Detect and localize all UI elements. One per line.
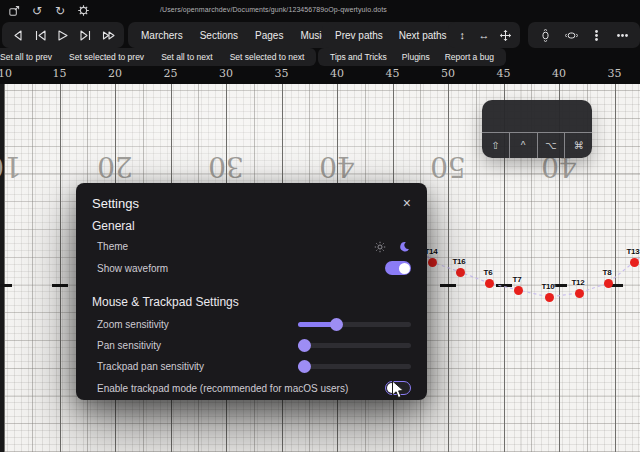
slider-knob[interactable] [298,339,311,352]
set-selected-to-next-button[interactable]: Set selected to next [230,52,305,62]
toggle-knob [387,383,397,393]
yard-line [60,84,61,452]
playback-controls [2,22,124,48]
sideline [0,84,4,452]
menu-pages[interactable]: Pages [255,30,283,41]
marcher-label-t12: T12 [571,278,584,287]
menu-marchers[interactable]: Marchers [141,30,183,41]
trackpad-pan-sensitivity-slider[interactable] [298,364,411,369]
zoom-sensitivity-label: Zoom sensitivity [97,319,169,330]
tips-and-tricks-button[interactable]: Tips and Tricks [330,52,387,62]
sun-icon[interactable] [372,239,387,254]
play-icon[interactable] [55,28,70,43]
field-number-40: 40 [319,150,355,183]
theme-label: Theme [97,241,128,252]
close-icon[interactable]: × [403,196,411,210]
back-icon[interactable] [10,28,25,43]
coordinate-actions: Set all to prevSet selected to prevSet a… [0,48,316,66]
yardline-ruler: 101520253035404550454035 [0,66,640,84]
marcher-label-t7: T7 [513,275,522,284]
next-page-icon[interactable] [78,28,93,43]
general-heading: General [92,219,411,234]
paths-toggle-group: Prev pathsNext paths [322,22,460,48]
moon-icon[interactable] [396,239,411,254]
settings-dialog: Settings × General Theme Show waveform [76,183,427,400]
pan-sensitivity-row: Pan sensitivity [92,335,411,356]
modifier-key-: ^ [509,133,537,158]
marcher-dot-t12[interactable] [575,289,584,298]
ruler-mark-35: 35 [275,67,289,80]
resize-vertical-icon[interactable]: ↕ [455,28,470,43]
slider-knob[interactable] [330,318,343,331]
ruler-mark-45: 45 [497,67,511,80]
zoom-sensitivity-slider[interactable] [298,322,411,327]
marcher-label-t6: T6 [484,268,493,277]
dots-horizontal-icon[interactable] [615,28,630,43]
yard-line [615,84,616,452]
field-number-50: 50 [430,150,466,183]
resize-horizontal-icon[interactable]: ↔ [477,28,492,43]
undo-icon[interactable]: ↺ [30,4,44,18]
hash-mark [52,284,68,287]
theme-row: Theme [92,236,411,257]
set-selected-to-prev-button[interactable]: Set selected to prev [69,52,144,62]
prev-paths-button[interactable]: Prev paths [335,30,383,41]
trackpad-mode-toggle[interactable] [385,381,411,395]
help-actions: Tips and TricksPluginsReport a bug [318,48,506,66]
report-a-bug-button[interactable]: Report a bug [445,52,494,62]
pan-sensitivity-slider[interactable] [298,343,411,348]
marcher-dot-t14[interactable] [428,258,437,267]
pan-sensitivity-label: Pan sensitivity [97,340,161,351]
set-all-to-next-button[interactable]: Set all to next [161,52,213,62]
ruler-mark-30: 30 [219,67,233,80]
redo-icon[interactable]: ↻ [53,4,67,18]
ruler-mark-15: 15 [53,67,67,80]
sensitivity-sliders: Zoom sensitivityPan sensitivityTrackpad … [92,314,411,377]
menu-sections[interactable]: Sections [200,30,238,41]
waveform-toggle[interactable] [385,261,411,275]
ruler-mark-25: 25 [164,67,178,80]
marcher-dot-t7[interactable] [514,286,523,295]
marcher-dot-t8[interactable] [604,279,613,288]
forward-icon[interactable] [101,28,116,43]
trackpad-pan-sensitivity-row: Trackpad pan sensitivity [92,356,411,377]
marcher-dot-t16[interactable] [456,268,465,277]
marcher-label-t16: T16 [452,257,465,266]
trackpad-mode-label: Enable trackpad mode (recommended for ma… [97,383,348,394]
distribute-vertical-icon[interactable] [538,28,553,43]
trackpad-mode-row: Enable trackpad mode (recommended for ma… [92,377,411,399]
ruler-mark-10: 10 [0,67,12,80]
trackpad-surface [482,100,592,132]
modifier-key-: ⌘ [564,133,592,158]
marcher-label-t13: T13 [626,247,639,256]
main-toolbar: MarchersSectionsPagesMusicField Prev pat… [0,22,640,48]
previous-page-icon[interactable] [33,28,48,43]
openmarch-app: ↺ ↻ /Users/openmarchdev/Documents/gunk/1… [0,0,640,452]
alignment-tools [528,22,640,48]
modifier-keys-overlay: ⇧^⌥⌘ [482,100,592,158]
ruler-mark-45: 45 [386,67,400,80]
distribute-horizontal-icon[interactable] [564,28,579,43]
marcher-dot-t6[interactable] [485,279,494,288]
move-icon[interactable] [498,28,513,43]
set-all-to-prev-button[interactable]: Set all to prev [0,52,52,62]
field-number-20: 20 [97,150,133,183]
slider-knob[interactable] [298,360,311,373]
theme-controls [372,239,411,254]
transform-tools: ↕ ↔ [448,22,520,48]
mid-line [476,84,477,452]
yard-line [4,84,5,452]
trackpad-pan-sensitivity-label: Trackpad pan sensitivity [97,361,204,372]
modifier-key-: ⌥ [537,133,565,158]
marcher-dot-t10[interactable] [545,293,554,302]
open-external-icon[interactable] [7,4,21,18]
dots-vertical-icon[interactable] [589,28,604,43]
plugins-button[interactable]: Plugins [402,52,430,62]
toggle-knob [399,263,410,274]
next-paths-button[interactable]: Next paths [399,30,447,41]
mid-line [32,84,33,452]
hash-mark [440,284,456,287]
settings-gear-icon[interactable] [76,4,90,18]
marcher-dot-t13[interactable] [630,258,639,267]
ruler-mark-40: 40 [330,67,344,80]
